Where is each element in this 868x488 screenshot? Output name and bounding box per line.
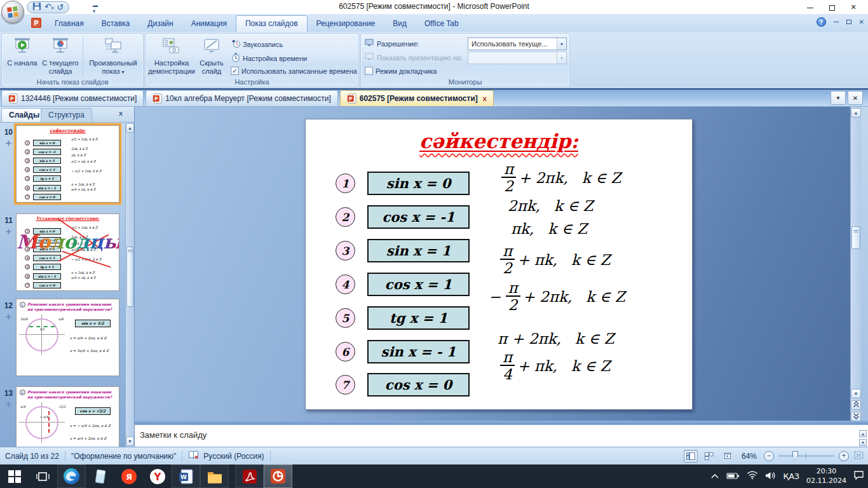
answer-formula-5[interactable]: − π2+ 2πk, k ∈ Z — [489, 280, 625, 313]
from-beginning-button[interactable]: С начала — [6, 36, 39, 67]
ribbon-tab-вставка[interactable]: Вставка — [93, 16, 139, 32]
item-number-3[interactable]: 3 — [336, 241, 355, 261]
scroll-up-icon[interactable]: ▲ — [859, 430, 867, 437]
equation-box-6[interactable]: sin x = - 1 — [367, 340, 470, 363]
equation-box-2[interactable]: cos x = -1 — [367, 205, 470, 229]
document-tab-3[interactable]: P602575 [Режим совместимости]x — [340, 90, 494, 106]
close-button[interactable]: ✕ — [844, 3, 863, 12]
ribbon-tab-показ-слайдов[interactable]: Показ слайдов — [236, 15, 308, 32]
resolution-dropdown[interactable]: Использовать текуще... ▼ — [468, 37, 567, 50]
minimize-button[interactable] — [801, 3, 820, 12]
yandex-browser-taskbar-icon[interactable]: Y — [143, 464, 172, 488]
action-center-icon[interactable] — [853, 470, 864, 483]
presenter-view-checkbox[interactable]: Режим докладчика — [365, 67, 437, 75]
editor-scrollbar[interactable]: ▲ ▼ — [850, 107, 861, 424]
start-taskbar-icon[interactable] — [0, 464, 29, 488]
item-number-1[interactable]: 1 — [336, 173, 355, 193]
slide-canvas[interactable]: сәйкестендір: 1sin x = 02cos x = -13sin … — [305, 119, 693, 410]
slides-panel-scrollbar[interactable]: ▲ ▼ — [125, 123, 134, 447]
tab-outline[interactable]: Структура — [41, 108, 92, 122]
volume-icon[interactable] — [765, 471, 776, 482]
ribbon-tab-дизайн[interactable]: Дизайн — [139, 16, 182, 32]
ribbon-restore-icon[interactable] — [846, 18, 851, 26]
equation-box-4[interactable]: cos x = 1 — [367, 273, 470, 296]
item-number-6[interactable]: 6 — [336, 342, 355, 362]
use-timings-checkbox[interactable]: ✓ Использовать записанные времена — [231, 67, 357, 75]
previous-slide-icon[interactable] — [851, 400, 861, 410]
normal-view-button[interactable] — [684, 450, 698, 463]
spellcheck-icon[interactable] — [188, 451, 200, 462]
answer-formula-3[interactable]: πk, k ∈ Z — [511, 220, 587, 237]
hide-slide-button[interactable]: Скрыть слайд — [196, 36, 227, 75]
answer-formula-6[interactable]: π + 2πk, k ∈ Z — [498, 330, 614, 347]
answer-formula-7[interactable]: π4+ πk, k ∈ Z — [500, 349, 611, 382]
ribbon-tab-вид[interactable]: Вид — [384, 16, 416, 32]
hidden-icons-chevron-icon[interactable] — [710, 471, 719, 482]
task-view-taskbar-icon[interactable] — [29, 464, 57, 488]
ribbon-tab-анимация[interactable]: Анимация — [182, 16, 236, 32]
scrollbar-thumb[interactable] — [126, 247, 133, 307]
zoom-slider[interactable] — [778, 455, 834, 457]
notes-input[interactable]: Заметки к слайду ▲ ▼ — [135, 424, 868, 447]
answer-formula-4[interactable]: π2+ πk, k ∈ Z — [500, 243, 611, 276]
help-icon[interactable]: ? — [817, 17, 826, 27]
wifi-icon[interactable] — [747, 471, 758, 482]
ribbon-tab-office-tab[interactable]: Office Tab — [416, 16, 468, 32]
fit-to-window-icon[interactable] — [853, 451, 864, 462]
scroll-down-icon[interactable]: ▼ — [126, 437, 134, 446]
scrollbar-thumb[interactable] — [851, 226, 860, 249]
tab-bar-close-icon[interactable]: ✕ — [848, 91, 863, 105]
scroll-down-icon[interactable]: ▼ — [859, 439, 867, 446]
qat-customize-icon[interactable]: ▬▾ — [93, 3, 98, 14]
tab-close-icon[interactable]: x — [483, 95, 487, 102]
equation-box-3[interactable]: sin x = 1 — [367, 239, 470, 262]
zoom-level[interactable]: 64% — [742, 452, 757, 461]
ribbon-tab-главная[interactable]: Главная — [46, 16, 93, 32]
answer-formula-1[interactable]: π2+ 2πk, k ∈ Z — [501, 161, 621, 194]
item-number-4[interactable]: 4 — [336, 274, 355, 294]
from-current-slide-button[interactable]: С текущего слайда — [40, 36, 81, 75]
item-number-7[interactable]: 7 — [336, 375, 355, 395]
equation-box-1[interactable]: sin x = 0 — [367, 172, 470, 195]
ribbon-tab-рецензирование[interactable]: Рецензирование — [308, 16, 384, 32]
item-number-2[interactable]: 2 — [336, 207, 355, 227]
glass-app-taskbar-icon[interactable] — [86, 464, 114, 488]
scroll-up-icon[interactable]: ▲ — [126, 123, 134, 133]
equation-box-7[interactable]: cos x = 0 — [367, 373, 470, 396]
answer-formula-2[interactable]: 2πk, k ∈ Z — [508, 198, 593, 214]
undo-icon[interactable]: ↶▾ — [44, 2, 53, 13]
record-narration-button[interactable]: Звукозапись — [231, 39, 283, 50]
setup-slideshow-button[interactable]: Настройка демонстрации — [148, 36, 195, 75]
next-slide-icon[interactable] — [851, 412, 861, 421]
document-tab-2[interactable]: P10кл алгебра Меруерт [Режим совместимос… — [146, 90, 337, 106]
scroll-up-icon[interactable]: ▲ — [851, 108, 861, 118]
yandex-taskbar-icon[interactable]: Я — [114, 464, 143, 488]
powerpoint-taskbar-icon[interactable] — [264, 464, 292, 488]
item-number-5[interactable]: 5 — [336, 308, 355, 328]
slide-sorter-view-button[interactable] — [702, 450, 716, 463]
document-tab-1[interactable]: P1324446 [Режим совместимости] — [1, 90, 144, 106]
maximize-button[interactable] — [822, 3, 841, 12]
acrobat-taskbar-icon[interactable] — [235, 464, 264, 488]
keyboard-language[interactable]: ҚАЗ — [783, 471, 799, 481]
zoom-in-icon[interactable]: + — [839, 451, 849, 461]
redo-icon[interactable]: ↺ — [57, 3, 64, 12]
zoom-out-icon[interactable]: − — [764, 451, 774, 461]
equation-box-5[interactable]: tg x = 1 — [367, 306, 470, 330]
ribbon-close-icon[interactable]: ✕ — [859, 18, 864, 26]
scroll-down-icon[interactable]: ▼ — [851, 389, 861, 398]
tab-list-dropdown-icon[interactable]: ▼ — [831, 91, 846, 105]
file-explorer-taskbar-icon[interactable] — [200, 464, 229, 488]
slideshow-view-button[interactable] — [721, 450, 735, 463]
slide-thumbnail-12[interactable]: 1.Решение какого уравнения показано на т… — [16, 299, 119, 376]
ribbon-minimize-icon[interactable] — [834, 18, 839, 26]
office-button[interactable] — [1, 1, 24, 24]
notes-scrollbar[interactable]: ▲ ▼ — [859, 430, 867, 447]
clock[interactable]: 20:30 02.11.2024 — [806, 467, 846, 485]
slide-title[interactable]: сәйкестендір: — [306, 130, 692, 152]
battery-icon[interactable] — [726, 471, 740, 482]
edge-taskbar-icon[interactable] — [57, 464, 86, 488]
custom-slideshow-button[interactable]: Произвольный показ ▾ — [85, 36, 141, 75]
rehearse-timings-button[interactable]: Настройка времени — [231, 53, 307, 64]
save-icon[interactable] — [32, 2, 41, 13]
